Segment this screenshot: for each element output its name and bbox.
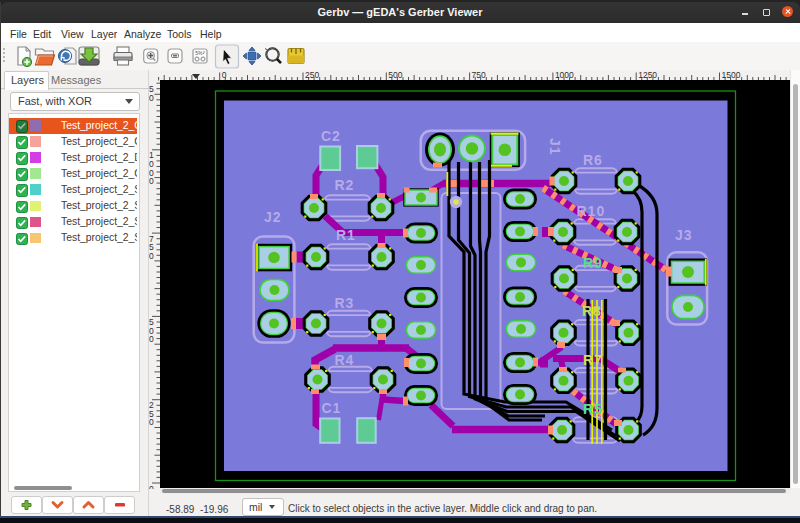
svg-text:1500: 1500 [722,70,741,80]
svg-text:0: 0 [149,251,154,261]
svg-text:0: 0 [149,93,154,103]
svg-text:R9: R9 [583,255,603,271]
svg-text:1000: 1000 [555,70,574,80]
svg-text:R1: R1 [336,227,356,243]
svg-text:J1: J1 [547,138,563,156]
svg-text:0: 0 [149,334,154,344]
svg-text:500: 500 [388,70,402,80]
svg-text:250: 250 [305,70,319,80]
svg-text:C2: C2 [321,128,341,144]
svg-text:750: 750 [472,70,486,80]
svg-text:C1: C1 [322,400,342,416]
svg-text:0: 0 [149,417,154,427]
svg-text:R8: R8 [582,303,602,319]
svg-text:0: 0 [149,484,154,490]
svg-text:5%: 5% [195,50,203,56]
svg-text:R3: R3 [335,295,355,311]
svg-text:J3: J3 [675,227,693,243]
svg-text:0: 0 [222,70,227,80]
svg-text:R5: R5 [583,401,603,417]
svg-text:R2: R2 [335,177,355,193]
svg-text:R7: R7 [583,352,603,368]
svg-text:R4: R4 [335,352,355,368]
svg-text:R6: R6 [583,152,603,168]
svg-text:1250: 1250 [638,70,657,80]
svg-text:0: 0 [149,176,154,186]
svg-text:J2: J2 [264,209,282,225]
svg-text:R10: R10 [577,203,606,219]
